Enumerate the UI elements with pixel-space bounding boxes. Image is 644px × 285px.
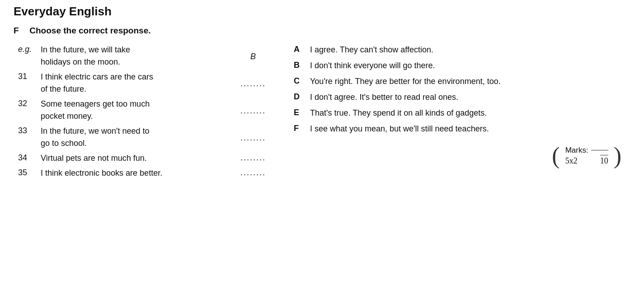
response-E: E That's true. They spend it on all kind… — [294, 107, 630, 119]
section-instruction: F Choose the correct response. — [14, 26, 630, 36]
response-B: B I don't think everyone will go there. — [294, 60, 630, 72]
marks-multiplier: 5x2 — [565, 156, 578, 166]
responses-column: A I agree. They can't show affection. B … — [276, 44, 630, 182]
marks-box: ( Marks: 5x2 10 ) — [294, 144, 630, 168]
response-C: C You're right. They are better for the … — [294, 75, 630, 88]
page-title: Everyday English — [14, 5, 630, 19]
question-31: 31 I think electric cars are the cars of… — [18, 71, 276, 95]
question-33: 33 In the future, we won't need to go to… — [18, 125, 276, 150]
response-D: D I don't agree. It's better to read rea… — [294, 91, 630, 103]
marks-content: Marks: 5x2 10 — [562, 144, 612, 168]
marks-total: 10 — [600, 155, 608, 166]
marks-label-text: Marks: — [565, 146, 588, 155]
marks-bracket: ( Marks: 5x2 10 ) — [552, 144, 621, 168]
question-35: 35 I think electronic books are better. … — [18, 167, 276, 179]
marks-score-line — [591, 150, 608, 150]
question-34: 34 Virtual pets are not much fun. ......… — [18, 152, 276, 164]
question-32: 32 Some teenagers get too much pocket mo… — [18, 98, 276, 122]
questions-column: e.g. In the future, we will take holiday… — [14, 44, 276, 182]
response-F: F I see what you mean, but we'll still n… — [294, 123, 630, 135]
question-eg: e.g. In the future, we will take holiday… — [18, 44, 276, 68]
response-A: A I agree. They can't show affection. — [294, 44, 630, 56]
